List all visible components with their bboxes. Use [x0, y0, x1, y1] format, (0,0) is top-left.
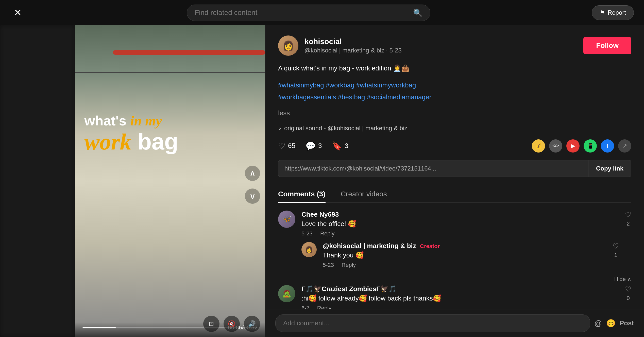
search-bar: 🔍	[187, 5, 430, 21]
search-input[interactable]	[195, 9, 408, 17]
right-panel-wrapper: 👩 kohisocial @kohisocial | marketing & b…	[265, 25, 644, 337]
follow-button[interactable]: Follow	[583, 37, 631, 54]
add-comment-bar: @ 😊 Post	[265, 309, 644, 337]
reply-1-avatar: 👩	[301, 242, 317, 257]
screenshot-button[interactable]: ⊡	[203, 316, 219, 332]
less-button[interactable]: less	[278, 109, 631, 117]
share-coin-button[interactable]: 💰	[532, 139, 545, 153]
comment-2-body: Γ🎵🦅Craziest ZombiesΓ🦅🎵 :hi🥰 follow alrea…	[301, 285, 619, 311]
comment-2-username: Γ🎵🦅Craziest ZombiesΓ🦅🎵	[301, 285, 619, 293]
heart-icon: ♡	[278, 141, 285, 151]
creator-handle: @kohisocial | marketing & biz · 5-23	[304, 47, 577, 54]
comment-2: 🧟 Γ🎵🦅Craziest ZombiesΓ🦅🎵 :hi🥰 follow alr…	[278, 285, 631, 311]
reply-1-text: Thank you 🥰	[323, 251, 606, 259]
reply-1-date: 5-23	[323, 262, 334, 268]
video-background	[75, 25, 265, 337]
like-stat[interactable]: ♡ 65	[278, 141, 295, 151]
volume-button[interactable]: 🔊	[244, 316, 260, 332]
comment-1-username: Chee Ny693	[301, 211, 619, 218]
flag-icon: ⚑	[600, 9, 605, 16]
tabs: Comments (3) Creator videos	[278, 186, 631, 203]
line1-text: what's	[84, 113, 130, 128]
comment-2-text: :hi🥰 follow already🥰 follow back pls tha…	[301, 294, 619, 302]
next-video-button[interactable]: ∨	[245, 189, 260, 204]
reply-1-like-count: 1	[614, 252, 617, 258]
comment-input[interactable]	[275, 314, 590, 332]
close-button[interactable]: ✕	[10, 5, 25, 20]
comment-1-meta: 5-23 Reply	[301, 230, 619, 237]
reply-1-meta: 5-23 Reply	[323, 262, 606, 268]
emoji-button[interactable]: 😊	[606, 319, 616, 328]
share-icons: 💰 </> ▶ 📱 f ↗	[532, 139, 631, 153]
video-line1: what's in my	[84, 113, 256, 129]
creator-badge: Creator	[420, 243, 440, 249]
video-overlay-text: what's in my work bag	[84, 113, 256, 154]
progress-fill	[82, 327, 116, 328]
reply-1-like-button[interactable]: ♡	[613, 242, 619, 250]
copy-link-row: https://www.tiktok.com/@kohisocial/video…	[278, 160, 631, 177]
share-whatsapp-button[interactable]: 📱	[584, 139, 597, 153]
comment-2-right: ♡ 0	[625, 285, 631, 311]
comment-stat[interactable]: 💬 3	[306, 141, 322, 151]
video-panel: what's in my work bag 00:06/00:52 ⊡ 🔇 🔊 …	[75, 25, 265, 337]
post-button[interactable]: Post	[620, 319, 634, 327]
video-description: A quick what's in my bag - work edition …	[278, 63, 631, 73]
music-icon: ♪	[278, 125, 281, 132]
like-count: 65	[288, 142, 295, 150]
hide-button[interactable]: Hide ∧	[614, 276, 631, 283]
comment-1-avatar: 🦋	[278, 211, 295, 228]
mention-button[interactable]: @	[594, 319, 602, 328]
share-embed-button[interactable]: </>	[549, 139, 562, 153]
creator-info: kohisocial @kohisocial | marketing & biz…	[304, 37, 577, 54]
nav-arrows: ∧ ∨	[245, 166, 260, 204]
bookmark-stat[interactable]: 🔖 3	[332, 141, 348, 151]
video-bottom-controls: ⊡ 🔇 🔊	[203, 316, 260, 332]
share-tiktok-button[interactable]: ▶	[566, 139, 580, 153]
avatar-emoji: 👩	[283, 40, 294, 51]
comment-1-text: Love the office! 🥰	[301, 220, 619, 228]
right-panel: 👩 kohisocial @kohisocial | marketing & b…	[265, 25, 644, 337]
tab-comments[interactable]: Comments (3)	[278, 186, 326, 203]
creator-name: kohisocial	[304, 37, 577, 46]
bookmark-icon: 🔖	[332, 141, 342, 151]
video-line2: work bag	[84, 129, 256, 154]
copy-link-button[interactable]: Copy link	[588, 160, 631, 177]
share-more-button[interactable]: ↗	[618, 139, 631, 153]
comment-1-date: 5-23	[301, 230, 313, 237]
mute-button[interactable]: 🔇	[224, 316, 240, 332]
report-button[interactable]: ⚑ Report	[592, 5, 634, 20]
share-facebook-button[interactable]: f	[601, 139, 614, 153]
comment-1-body: Chee Ny693 Love the office! 🥰 5-23 Reply…	[301, 211, 619, 268]
pipe-decoration	[113, 50, 265, 55]
reply-1-right: ♡ 1	[613, 242, 619, 268]
comment-2-avatar: 🧟	[278, 285, 295, 302]
comment-1-right: ♡ 2	[625, 211, 631, 268]
video-hashtags[interactable]: #whatsinmybag #workbag #whatsinmyworkbag…	[278, 79, 631, 103]
reply-1-body: @kohisocial | marketing & biz Creator Th…	[323, 242, 606, 268]
main-content: what's in my work bag 00:06/00:52 ⊡ 🔇 🔊 …	[0, 25, 644, 337]
sound-text: original sound - @kohisocial | marketing…	[284, 125, 407, 132]
comment-1-reply-button[interactable]: Reply	[320, 230, 334, 237]
creator-header: 👩 kohisocial @kohisocial | marketing & b…	[278, 35, 631, 56]
comment-2-like-button[interactable]: ♡	[625, 285, 631, 293]
reply-1-reply-button[interactable]: Reply	[342, 262, 356, 268]
line2-orange: work	[84, 129, 131, 154]
line1-italic: in my	[130, 113, 162, 128]
comment-1-like-button[interactable]: ♡	[625, 211, 631, 219]
chevron-up-icon: ∧	[627, 276, 631, 283]
ceiling-decoration	[75, 72, 265, 73]
prev-video-button[interactable]: ∧	[245, 166, 260, 181]
sound-line: ♪ original sound - @kohisocial | marketi…	[278, 125, 631, 132]
search-icon: 🔍	[413, 8, 422, 17]
hide-row: Hide ∧	[278, 276, 631, 283]
top-bar: ✕ 🔍 ⚑ Report	[0, 0, 644, 25]
comment-1: 🦋 Chee Ny693 Love the office! 🥰 5-23 Rep…	[278, 211, 631, 268]
stats-row: ♡ 65 💬 3 🔖 3 💰 </> ▶ 📱 f ↗	[278, 139, 631, 153]
comment-1-like-count: 2	[626, 220, 630, 227]
reply-1: 👩 @kohisocial | marketing & biz Creator …	[301, 242, 619, 268]
reply-1-username: @kohisocial | marketing & biz Creator	[323, 242, 606, 250]
video-url: https://www.tiktok.com/@kohisocial/video…	[278, 160, 588, 177]
avatar: 👩	[278, 35, 298, 56]
tab-creator-videos[interactable]: Creator videos	[341, 186, 387, 202]
left-blur-panel	[0, 25, 75, 337]
